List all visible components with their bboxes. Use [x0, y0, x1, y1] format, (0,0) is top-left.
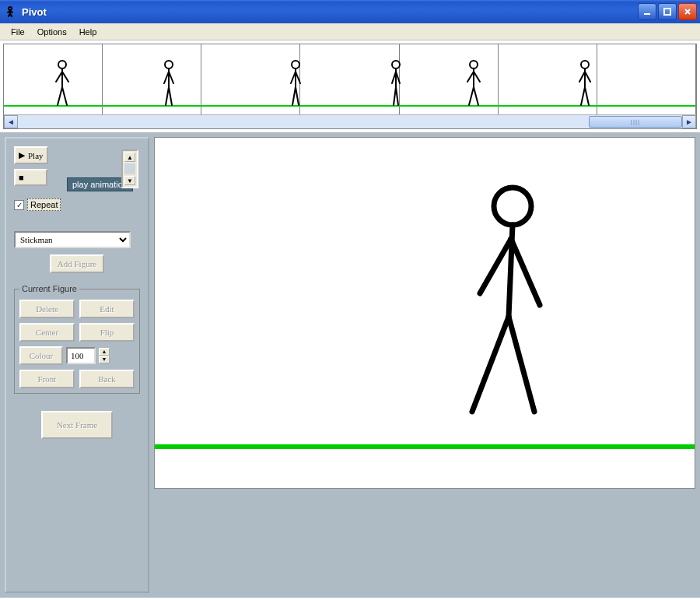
canvas[interactable] — [154, 137, 695, 489]
play-label: Play — [28, 151, 44, 160]
titlebar: Pivot — [0, 0, 700, 23]
canvas-area — [154, 132, 700, 598]
stick-figure[interactable] — [435, 184, 575, 418]
frame-thumb[interactable] — [597, 44, 696, 114]
menubar: File Options Help — [0, 23, 700, 40]
ground-line — [155, 444, 695, 449]
frame-thumb[interactable] — [103, 44, 201, 114]
sidebar: ▶ Play ■ Stop play animation ▲ ▼ ✓ Repea… — [5, 137, 149, 593]
menu-file[interactable]: File — [5, 26, 31, 38]
flip-button[interactable]: Flip — [79, 323, 135, 342]
menu-options[interactable]: Options — [31, 26, 73, 38]
close-button[interactable] — [678, 3, 697, 20]
colour-button[interactable]: Colour — [19, 346, 63, 365]
svg-rect-2 — [664, 9, 670, 15]
scroll-track[interactable] — [18, 115, 682, 128]
minimize-button[interactable] — [638, 3, 656, 20]
play-button[interactable]: ▶ Play — [14, 146, 48, 164]
maximize-button[interactable] — [658, 3, 677, 20]
timeline-scrollbar[interactable]: ◄ ► — [4, 114, 696, 128]
scroll-left-button[interactable]: ◄ — [4, 115, 18, 128]
title: Pivot — [22, 6, 638, 18]
timeline: ◄ ► — [3, 44, 697, 129]
add-figure-button[interactable]: Add Figure — [50, 254, 104, 273]
timeline-frames[interactable] — [4, 44, 696, 114]
menu-help[interactable]: Help — [73, 26, 103, 38]
repeat-label[interactable]: Repeat — [27, 198, 61, 211]
svg-rect-1 — [644, 13, 650, 15]
stop-icon: ■ — [19, 173, 24, 182]
front-button[interactable]: Front — [19, 370, 75, 388]
size-input[interactable] — [66, 347, 96, 364]
frame-thumb[interactable] — [400, 44, 499, 114]
repeat-checkbox[interactable]: ✓ — [14, 200, 24, 210]
current-figure-legend: Current Figure — [19, 284, 79, 293]
main-area: ▶ Play ■ Stop play animation ▲ ▼ ✓ Repea… — [0, 132, 700, 598]
size-up-button[interactable]: ▲ — [99, 348, 110, 356]
svg-point-7 — [470, 61, 478, 68]
stop-button[interactable]: ■ Stop — [14, 169, 47, 186]
scroll-thumb[interactable] — [589, 116, 682, 128]
svg-point-5 — [292, 61, 299, 68]
delete-button[interactable]: Delete — [19, 300, 75, 318]
current-figure-group: Current Figure Delete Edit Center Flip C… — [14, 284, 140, 394]
frame-thumb[interactable] — [300, 44, 399, 114]
speed-track[interactable] — [124, 163, 135, 174]
play-icon: ▶ — [19, 150, 25, 160]
figure-select[interactable]: Stickman — [14, 231, 131, 248]
frame-thumb[interactable] — [4, 44, 103, 114]
center-button[interactable]: Center — [19, 323, 75, 342]
scroll-right-button[interactable]: ► — [682, 115, 696, 128]
edit-button[interactable]: Edit — [79, 300, 135, 318]
svg-point-4 — [165, 61, 173, 68]
speed-down-button[interactable]: ▼ — [124, 176, 135, 185]
size-down-button[interactable]: ▼ — [99, 356, 110, 363]
speed-slider[interactable]: ▲ ▼ — [121, 149, 138, 188]
back-button[interactable]: Back — [79, 370, 135, 388]
frame-thumb[interactable] — [499, 44, 597, 114]
svg-point-3 — [58, 61, 66, 68]
svg-point-8 — [581, 61, 589, 68]
next-frame-button[interactable]: Next Frame — [41, 411, 113, 439]
svg-point-9 — [494, 188, 531, 225]
app-icon — [3, 5, 17, 19]
speed-up-button[interactable]: ▲ — [124, 153, 135, 162]
frame-thumb[interactable] — [201, 44, 300, 114]
